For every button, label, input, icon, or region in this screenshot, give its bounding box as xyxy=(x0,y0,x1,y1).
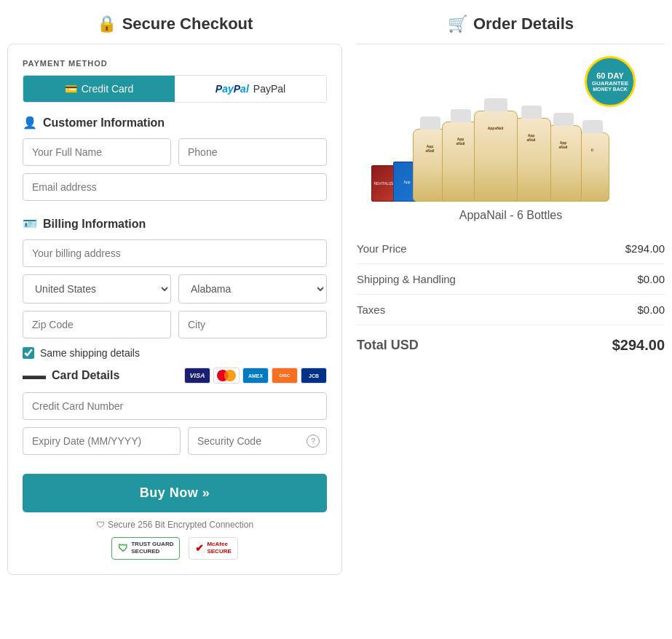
norton-icon: 🛡 xyxy=(118,542,128,554)
checkout-header: 🔒 Secure Checkout xyxy=(7,15,342,33)
tab-credit-card[interactable]: 💳 Credit Card xyxy=(23,76,175,102)
left-column: 🔒 Secure Checkout PAYMENT METHOD 💳 Credi… xyxy=(7,15,342,575)
taxes-value: $0.00 xyxy=(637,303,665,316)
taxes-row: Taxes $0.00 xyxy=(357,295,665,325)
card-type-icons: VISA AMEX DISC JCB xyxy=(184,368,327,384)
user-icon: 👤 xyxy=(23,116,37,130)
right-column: 🛒 Order Details 60 DAY GUARANTEE MONEY B… xyxy=(357,15,665,575)
product-image-area: 60 DAY GUARANTEE MONEY BACK REVITALIZE A… xyxy=(357,56,665,202)
order-details-header: 🛒 Order Details xyxy=(357,15,665,33)
trust-badges: 🛡 TRUST GUARDSECURED ✔ McAfeeSECURE xyxy=(23,537,327,560)
total-value: $294.00 xyxy=(612,337,665,354)
security-help-icon[interactable]: ? xyxy=(307,434,320,448)
bottle-4: AppaNail xyxy=(512,118,551,202)
card-chip-icon: ▬▬ xyxy=(23,369,46,382)
same-shipping-row: Same shipping details xyxy=(23,347,327,359)
billing-icon: 🪪 xyxy=(23,217,37,231)
guarantee-days: 60 DAY xyxy=(596,71,624,80)
name-phone-row xyxy=(23,138,327,166)
norton-text: TRUST GUARDSECURED xyxy=(131,541,173,556)
full-name-input[interactable] xyxy=(23,138,171,166)
security-code-wrap: ? xyxy=(188,427,327,455)
bottle-3: AppaNail xyxy=(474,111,518,202)
guarantee-badge: 60 DAY GUARANTEE MONEY BACK xyxy=(585,56,636,107)
jcb-icon: JCB xyxy=(301,368,327,384)
country-select[interactable]: United States xyxy=(23,274,171,303)
customer-info-title: 👤 Customer Information xyxy=(23,116,327,130)
visa-icon: VISA xyxy=(184,368,210,384)
paypal-logo: PayPal xyxy=(216,83,249,95)
taxes-label: Taxes xyxy=(357,303,385,316)
buy-now-button[interactable]: Buy Now » xyxy=(23,474,327,512)
tab-paypal[interactable]: PayPal PayPal xyxy=(175,76,326,102)
country-state-row: United States Alabama xyxy=(23,274,327,303)
payment-form-card: PAYMENT METHOD 💳 Credit Card PayPal PayP… xyxy=(7,44,342,575)
mcafee-badge: ✔ McAfeeSECURE xyxy=(189,537,237,560)
email-input[interactable] xyxy=(23,173,327,201)
card-details-header: ▬▬ Card Details VISA AMEX DISC JCB xyxy=(23,368,327,384)
shipping-value: $0.00 xyxy=(637,273,665,285)
payment-tabs: 💳 Credit Card PayPal PayPal xyxy=(23,75,327,103)
product-bottles: AppaNail AppaNail AppaNail AppaNail Appa… xyxy=(416,111,606,202)
mastercard-icon xyxy=(213,368,240,384)
price-label: Your Price xyxy=(357,242,407,255)
shipping-row: Shipping & Handling $0.00 xyxy=(357,264,665,295)
state-select[interactable]: Alabama xyxy=(178,274,327,303)
price-row: Your Price $294.00 xyxy=(357,234,665,264)
billing-address-input[interactable] xyxy=(23,239,327,267)
same-shipping-label: Same shipping details xyxy=(40,347,140,359)
phone-input[interactable] xyxy=(178,138,327,166)
lock-icon: 🔒 xyxy=(97,15,116,33)
expiry-security-row: ? xyxy=(23,427,327,455)
price-value: $294.00 xyxy=(625,242,665,255)
zip-input[interactable] xyxy=(23,311,171,338)
shield-icon: 🛡 xyxy=(96,520,105,530)
expiry-date-input[interactable] xyxy=(23,427,181,455)
discover-icon: DISC xyxy=(272,368,298,384)
credit-card-icon: 💳 xyxy=(65,83,77,95)
total-label: Total USD xyxy=(357,338,419,353)
guarantee-line2: MONEY BACK xyxy=(593,87,628,92)
billing-info-title: 🪪 Billing Information xyxy=(23,217,327,231)
amex-icon: AMEX xyxy=(242,368,269,384)
city-input[interactable] xyxy=(178,311,327,338)
payment-method-label: PAYMENT METHOD xyxy=(23,59,327,68)
mcafee-icon: ✔ xyxy=(195,542,204,554)
total-row: Total USD $294.00 xyxy=(357,325,665,362)
same-shipping-checkbox[interactable] xyxy=(23,347,34,359)
shipping-label: Shipping & Handling xyxy=(357,273,456,285)
product-title: AppaNail - 6 Bottles xyxy=(357,209,665,222)
card-details-title: ▬▬ Card Details xyxy=(23,369,119,382)
credit-card-number-input[interactable] xyxy=(23,392,327,420)
mcafee-text: McAfeeSECURE xyxy=(207,541,231,556)
guarantee-line1: GUARANTEE xyxy=(592,80,629,87)
order-divider xyxy=(357,44,665,44)
cart-icon: 🛒 xyxy=(448,15,467,33)
secure-connection-text: 🛡 Secure 256 Bit Encrypted Connection xyxy=(23,520,327,530)
norton-badge: 🛡 TRUST GUARDSECURED xyxy=(111,537,180,560)
zip-city-row xyxy=(23,311,327,338)
